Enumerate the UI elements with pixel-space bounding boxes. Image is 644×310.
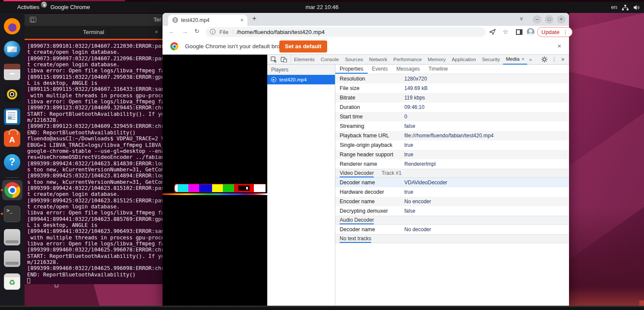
- send-to-device-icon[interactable]: [489, 29, 496, 35]
- terminal-tab-title[interactable]: Terminal: [25, 29, 163, 35]
- terminal-cursor: [27, 278, 30, 283]
- browser-menu-icon[interactable]: ⋮: [563, 29, 568, 35]
- devtools-tab-security[interactable]: Security: [479, 55, 503, 64]
- property-label: Start time: [335, 114, 404, 120]
- devtools-tab-memory[interactable]: Memory: [425, 55, 449, 64]
- volume-icon[interactable]: [634, 5, 640, 10]
- property-row: Renderer nameRendererImpl: [335, 159, 569, 169]
- property-label: Encoder name: [335, 198, 404, 205]
- devtools-menu-icon[interactable]: ⋮: [552, 56, 557, 62]
- infobar-close-icon[interactable]: ×: [557, 42, 561, 50]
- browser-toolbar: ← → ↻ i File | /home/fluendo/fabian/test…: [163, 26, 569, 38]
- property-label: Bitrate: [335, 95, 404, 101]
- track-tab[interactable]: Track #1: [381, 169, 401, 177]
- chrome-dock-active-highlight: [2, 180, 22, 200]
- devtools-tab-media[interactable]: Media ×: [503, 55, 528, 65]
- ubuntu-software-icon[interactable]: A: [4, 130, 20, 147]
- device-toolbar-icon[interactable]: [281, 56, 287, 62]
- thunderbird-icon[interactable]: [4, 41, 20, 57]
- chrome-icon[interactable]: [4, 182, 20, 198]
- desktop: Activities Google Chrome mar 22 10:46 en…: [0, 0, 644, 310]
- property-value: 09:46:10: [404, 104, 425, 110]
- property-row: Decrypting demuxerfalse: [335, 206, 569, 216]
- terminal-window-title: Ter: [153, 16, 161, 23]
- trash-icon[interactable]: ♻: [4, 273, 20, 290]
- property-row: Decoder nameNo decoder: [335, 225, 569, 234]
- bookmark-star-icon[interactable]: ☆: [503, 28, 508, 36]
- property-label: File size: [335, 85, 404, 91]
- media-tab-close-icon[interactable]: ×: [522, 56, 524, 62]
- devtools-close-icon[interactable]: ×: [561, 56, 565, 63]
- tab-close-icon[interactable]: ×: [240, 17, 244, 23]
- address-bar[interactable]: i File | /home/fluendo/fabian/test420.mp…: [206, 27, 486, 37]
- reload-button[interactable]: ↻: [194, 28, 200, 34]
- panel-tab-messages[interactable]: Messages: [392, 65, 424, 74]
- property-row: Streamingfalse: [335, 121, 569, 131]
- set-as-default-button[interactable]: Set as default: [279, 40, 327, 53]
- keyboard-layout-indicator[interactable]: en: [611, 2, 617, 13]
- devtools-tab-sources[interactable]: Sources: [342, 55, 366, 64]
- terminal-icon[interactable]: >_: [4, 206, 20, 222]
- minimize-button[interactable]: –: [533, 15, 541, 24]
- firefox-icon[interactable]: [4, 18, 20, 34]
- disk-icon[interactable]: [4, 229, 20, 245]
- disk-icon[interactable]: [4, 251, 20, 267]
- terminal-tab-close-icon[interactable]: ×: [155, 28, 158, 35]
- libreoffice-writer-icon[interactable]: [4, 108, 20, 125]
- more-tabs-icon[interactable]: »: [527, 55, 533, 64]
- video-decoder-tab[interactable]: Video Decoder: [340, 169, 374, 177]
- screen-bottom-edge: [0, 306, 644, 310]
- focused-app-menu[interactable]: Google Chrome: [50, 2, 90, 13]
- activities-button[interactable]: Activities: [17, 2, 39, 13]
- terminal-titlebar[interactable]: Ter: [25, 14, 163, 26]
- files-icon[interactable]: [4, 64, 20, 80]
- url-scheme-label: File: [219, 29, 228, 35]
- wallpaper: [569, 13, 644, 307]
- property-value: true: [404, 152, 413, 158]
- devtools-settings-gear-icon[interactable]: [541, 56, 547, 62]
- devtools-tab-elements[interactable]: Elements: [291, 55, 318, 64]
- property-row: Decoder nameVDAVideoDecoder: [335, 178, 569, 187]
- player-list-item[interactable]: ▶ test420.mp4: [267, 75, 335, 84]
- page-info-icon[interactable]: i: [210, 29, 216, 34]
- clock[interactable]: mar 22 10:46: [306, 2, 339, 13]
- property-row: Duration09:46:10: [335, 102, 569, 112]
- property-row: Hardware decodertrue: [335, 187, 569, 197]
- property-label: Decoder name: [335, 226, 404, 232]
- devtools-tab-console[interactable]: Console: [318, 55, 342, 64]
- panel-tab-timeline[interactable]: Timeline: [424, 65, 452, 74]
- page-content: ElementsConsoleSourcesNetworkPerformance…: [163, 55, 569, 306]
- devtools-tab-performance[interactable]: Performance: [391, 55, 425, 64]
- forward-button[interactable]: →: [181, 28, 188, 35]
- devtools-tab-network[interactable]: Network: [366, 55, 390, 64]
- panel-tab-properties[interactable]: Properties: [335, 65, 368, 74]
- devtools-tab-application[interactable]: Application: [449, 55, 479, 64]
- property-value: 0: [404, 114, 407, 120]
- help-icon[interactable]: ?: [4, 154, 20, 170]
- side-panel-icon[interactable]: [516, 29, 522, 35]
- new-tab-button[interactable]: +: [252, 14, 256, 23]
- property-row: File size149.69 kB: [335, 84, 569, 93]
- property-row: Range header supporttrue: [335, 150, 569, 159]
- update-button[interactable]: Update ⋮: [537, 27, 572, 37]
- terminal-output[interactable]: [899073:899101:0322/104607.212030:ERROR:…: [25, 41, 163, 284]
- network-icon[interactable]: [622, 5, 628, 10]
- property-value: 119 kbps: [404, 95, 425, 101]
- tab-search-chevron-icon[interactable]: ∨: [519, 16, 523, 22]
- inspect-element-icon[interactable]: [271, 56, 277, 63]
- profile-avatar[interactable]: [527, 28, 535, 36]
- video-element[interactable]: [163, 55, 267, 306]
- window-close-button[interactable]: ×: [557, 15, 566, 24]
- panel-tab-events[interactable]: Events: [368, 65, 392, 74]
- rhythmbox-icon[interactable]: [4, 86, 20, 102]
- audio-decoder-tab[interactable]: Audio Decoder: [340, 216, 374, 224]
- property-row: Resolution1280x720: [335, 74, 569, 84]
- back-button[interactable]: ←: [169, 28, 175, 35]
- audio-decoder-table: Decoder nameNo decoder: [335, 225, 569, 234]
- maximize-button[interactable]: □: [545, 15, 553, 24]
- property-value: No encoder: [404, 198, 431, 205]
- dock-separator: [6, 177, 19, 178]
- property-row: Encoder nameNo encoder: [335, 197, 569, 206]
- terminal-running-dot: [1, 213, 3, 215]
- browser-tab[interactable]: test420.mp4 ×: [168, 15, 247, 26]
